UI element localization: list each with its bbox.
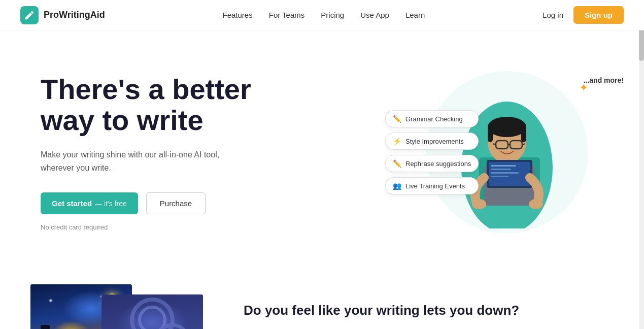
- nav-learn[interactable]: Learn: [405, 11, 425, 19]
- pill-rephrase-label: Rephrase suggestions: [405, 160, 471, 168]
- section2-title: Do you feel like your writing lets you d…: [244, 303, 603, 318]
- hero-title: There's a better way to write: [41, 74, 251, 136]
- hero-left: There's a better way to write Make your …: [41, 74, 251, 231]
- tree-silhouette: [41, 325, 50, 329]
- pill-rephrase: ✏️ Rephrase suggestions: [385, 155, 479, 172]
- section2-right: Do you feel like your writing lets you d…: [244, 303, 603, 329]
- purchase-button[interactable]: Purchase: [146, 192, 206, 214]
- hero-title-line1: There's a better: [41, 73, 251, 105]
- nav-right: Log in Sign up: [543, 6, 624, 24]
- hero-title-line2: way to write: [41, 104, 204, 136]
- logo-link[interactable]: ProWritingAid: [20, 6, 105, 24]
- no-credit-card-text: No credit card required: [41, 223, 251, 231]
- pill-style-label: Style Improvements: [405, 138, 464, 145]
- hero-buttons: Get started — it's free Purchase: [41, 192, 251, 214]
- login-link[interactable]: Log in: [543, 11, 563, 19]
- signup-button[interactable]: Sign up: [573, 6, 624, 24]
- free-label: — it's free: [95, 200, 127, 208]
- grammar-icon: ✏️: [393, 115, 401, 123]
- pill-grammar: ✏️ Grammar Checking: [385, 110, 479, 127]
- nav-features[interactable]: Features: [223, 11, 253, 19]
- svg-rect-14: [491, 165, 516, 167]
- swirl-overlay: [101, 294, 203, 329]
- svg-rect-6: [521, 127, 526, 142]
- svg-rect-5: [488, 127, 493, 142]
- style-icon: ⚡: [393, 137, 401, 145]
- pill-training-label: Live Training Events: [405, 182, 465, 190]
- hero-section: There's a better way to write Make your …: [0, 30, 644, 264]
- svg-point-19: [529, 199, 543, 209]
- pill-style: ⚡ Style Improvements: [385, 133, 479, 150]
- svg-rect-17: [491, 176, 509, 177]
- nav-for-teams[interactable]: For Teams: [269, 11, 305, 19]
- rephrase-icon: ✏️: [393, 159, 401, 168]
- pill-grammar-label: Grammar Checking: [405, 115, 463, 123]
- nav-use-app[interactable]: Use App: [360, 11, 389, 19]
- section2-images: My idea in my head: [30, 284, 213, 329]
- svg-rect-16: [491, 172, 519, 174]
- section2-title-text: Do you feel like your writing lets you d…: [244, 303, 519, 318]
- hero-subtitle: Make your writing shine with our all-in-…: [41, 148, 233, 174]
- nav-links: Features For Teams Pricing Use App Learn: [223, 11, 425, 19]
- logo-icon: [20, 6, 39, 24]
- pen-icon: [24, 10, 35, 21]
- nav-pricing[interactable]: Pricing: [321, 11, 344, 19]
- overlay-painting: [101, 294, 203, 329]
- training-icon: 👥: [393, 182, 401, 190]
- section2-text: We know what it's like to feel the FEAR …: [244, 326, 603, 329]
- feature-pills: ✏️ Grammar Checking ⚡ Style Improvements…: [385, 110, 479, 194]
- svg-point-21: [140, 307, 165, 329]
- section2: My idea in my head Do you feel like your…: [0, 264, 644, 329]
- get-started-button[interactable]: Get started — it's free: [41, 192, 138, 214]
- svg-point-18: [472, 199, 486, 209]
- svg-rect-15: [491, 169, 511, 170]
- pill-training: 👥 Live Training Events: [385, 177, 479, 194]
- navbar: ProWritingAid Features For Teams Pricing…: [0, 0, 644, 30]
- scrollbar[interactable]: [639, 0, 644, 329]
- hero-right: ...and more! ✦ ✏️ Grammar Checking ⚡ Sty…: [400, 61, 614, 244]
- logo-text: ProWritingAid: [44, 10, 105, 20]
- more-label: ...and more!: [584, 76, 624, 84]
- svg-point-4: [488, 117, 526, 137]
- get-started-label: Get started: [52, 199, 92, 208]
- gold-star-icon: ✦: [579, 81, 588, 94]
